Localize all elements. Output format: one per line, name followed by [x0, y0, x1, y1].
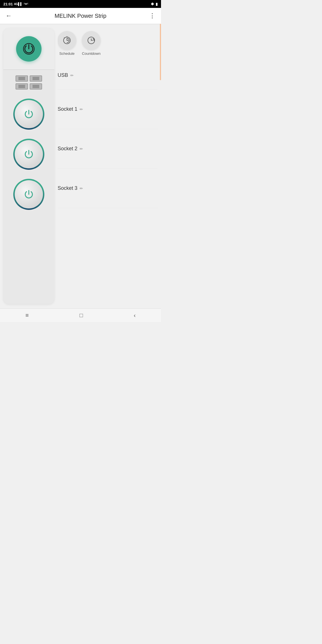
usb-port-1	[16, 75, 28, 82]
countdown-label: Countdown	[82, 51, 101, 56]
countdown-action[interactable]: Countdown	[82, 31, 101, 56]
socket-3-button[interactable]	[13, 179, 44, 210]
device-bottom	[3, 70, 54, 304]
schedule-action[interactable]: Schedule	[58, 31, 76, 56]
socket-2-button[interactable]	[13, 139, 44, 170]
schedule-label: Schedule	[59, 51, 75, 56]
socket-3-edit-icon[interactable]: ✏	[80, 186, 83, 191]
device-top	[3, 28, 54, 70]
usb-section-row: USB ✏	[58, 61, 158, 90]
status-left: 21:01 4G▌▌	[3, 2, 28, 6]
status-right: ✱ ▮	[151, 2, 158, 6]
countdown-circle	[82, 31, 101, 50]
socket-3-section-row: Socket 3 ✏	[58, 169, 158, 208]
status-time: 21:01	[3, 2, 13, 6]
nav-back-button[interactable]: ‹	[127, 310, 142, 321]
back-button[interactable]: ←	[5, 11, 13, 21]
controls-panel: Schedule Countdown USB ✏	[58, 28, 158, 304]
scroll-indicator	[160, 24, 161, 80]
usb-edit-icon[interactable]: ✏	[70, 73, 74, 78]
socket-2-inner	[15, 140, 43, 168]
bottom-nav: ≡ □ ‹	[0, 308, 161, 322]
more-options-button[interactable]: ⋮	[148, 11, 156, 21]
main-power-button[interactable]	[16, 36, 42, 62]
usb-label: USB ✏	[58, 72, 74, 78]
page-title: MELINK Power Strip	[55, 13, 106, 19]
socket-1-inner	[15, 100, 43, 128]
nav-menu-button[interactable]: ≡	[19, 310, 36, 321]
socket-3-inner	[15, 180, 43, 208]
menu-icon: ≡	[25, 312, 29, 319]
socket-2-section-row: Socket 2 ✏	[58, 129, 158, 169]
socket-1-section-row: Socket 1 ✏	[58, 90, 158, 129]
usb-ports-visual	[11, 75, 47, 90]
device-panel	[3, 28, 54, 304]
app-bar: ← MELINK Power Strip ⋮	[0, 8, 161, 24]
status-bar: 21:01 4G▌▌ ✱ ▮	[0, 0, 161, 8]
back-icon: ‹	[134, 312, 136, 319]
main-content: Schedule Countdown USB ✏	[0, 24, 161, 308]
usb-port-4	[30, 83, 42, 90]
socket-3-ring	[13, 179, 44, 210]
schedule-circle	[58, 31, 76, 50]
socket-1-edit-icon[interactable]: ✏	[80, 107, 83, 112]
socket-2-label: Socket 2 ✏	[58, 146, 83, 152]
socket-1-label: Socket 1 ✏	[58, 106, 83, 112]
usb-port-2	[30, 75, 42, 82]
home-icon: □	[79, 312, 83, 319]
quick-actions: Schedule Countdown	[58, 28, 158, 61]
bluetooth-icon: ✱	[151, 2, 154, 6]
signal-icon: 4G▌▌	[14, 2, 22, 6]
wifi-icon	[24, 2, 28, 6]
socket-3-label: Socket 3 ✏	[58, 185, 83, 191]
socket-1-ring	[13, 99, 44, 130]
usb-port-3	[16, 83, 28, 90]
nav-home-button[interactable]: □	[73, 310, 90, 321]
socket-2-ring	[13, 139, 44, 170]
battery-icon: ▮	[156, 2, 158, 6]
socket-1-button[interactable]	[13, 99, 44, 130]
socket-2-edit-icon[interactable]: ✏	[80, 147, 83, 151]
